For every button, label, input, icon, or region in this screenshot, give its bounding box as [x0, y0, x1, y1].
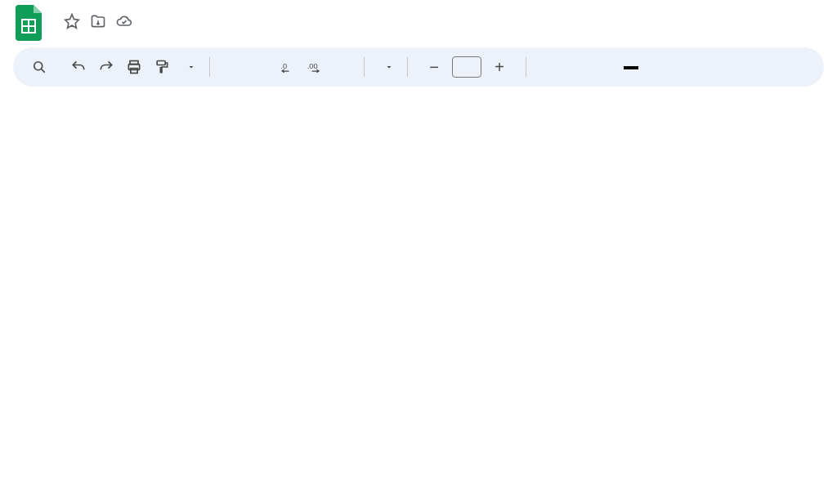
chevron-down-icon [186, 62, 196, 72]
currency-button[interactable] [218, 54, 244, 80]
number-format-button[interactable] [329, 54, 356, 80]
menubar [54, 31, 145, 33]
strikethrough-button[interactable] [590, 54, 616, 80]
bold-button[interactable] [535, 54, 561, 80]
svg-text:.00: .00 [307, 62, 318, 70]
move-icon[interactable] [90, 13, 106, 29]
font-size-input[interactable] [452, 56, 481, 78]
svg-rect-8 [157, 61, 165, 65]
font-size-control: − + [421, 54, 512, 80]
italic-button[interactable] [562, 54, 589, 80]
print-icon[interactable] [121, 54, 147, 80]
increase-decimal-button[interactable]: .00 [302, 54, 328, 80]
svg-point-3 [34, 62, 43, 70]
svg-text:.0: .0 [281, 62, 288, 70]
text-color-button[interactable] [618, 54, 644, 80]
star-icon[interactable] [64, 13, 80, 29]
percent-button[interactable] [246, 54, 272, 80]
undo-icon[interactable] [65, 54, 92, 80]
sheets-logo[interactable] [13, 7, 46, 39]
paint-format-icon[interactable] [149, 54, 175, 80]
font-size-increase[interactable]: + [486, 54, 512, 80]
decrease-decimal-button[interactable]: .0 [274, 54, 300, 80]
svg-line-4 [42, 69, 45, 73]
zoom-select[interactable] [181, 62, 196, 72]
toolbar: .0 .00 − + [13, 47, 824, 87]
search-icon[interactable] [26, 54, 52, 80]
chevron-down-icon [384, 62, 394, 72]
cloud-icon[interactable] [116, 13, 132, 29]
font-size-decrease[interactable]: − [421, 54, 447, 80]
font-select[interactable] [378, 62, 394, 72]
redo-icon[interactable] [93, 54, 119, 80]
